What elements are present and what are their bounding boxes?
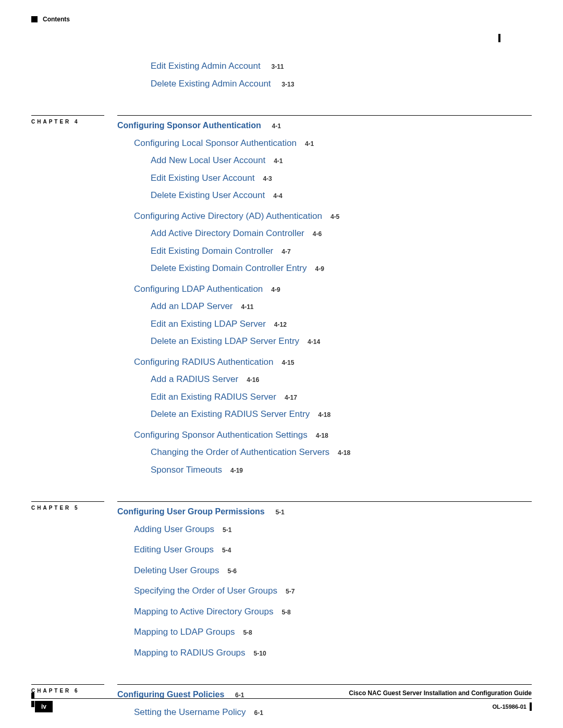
toc-page: 4-6 — [313, 230, 322, 238]
toc-page: 5-7 — [286, 588, 295, 595]
toc-content: Edit Existing Admin Account 3-11 Delete … — [31, 59, 532, 728]
header-square-icon — [31, 16, 38, 22]
chapter-title-link[interactable]: Configuring Sponsor Authentication — [117, 121, 261, 130]
toc-link[interactable]: Edit Existing Domain Controller — [151, 246, 273, 256]
toc-page: 4-9 — [315, 265, 324, 273]
toc-page: 4-17 — [285, 394, 297, 401]
prelude-content: Edit Existing Admin Account 3-11 Delete … — [117, 59, 532, 94]
toc-entry: Sponsor Timeouts4-19 — [151, 463, 532, 477]
chapter-5-label: CHAPTER 5 — [31, 501, 104, 663]
toc-page: 5-10 — [254, 650, 266, 657]
page-number: iv — [35, 701, 53, 712]
toc-entry: Delete Existing Admin Account 3-13 — [151, 77, 532, 91]
toc-entry: Add a RADIUS Server4-16 — [151, 373, 532, 386]
toc-page: 3-11 — [271, 63, 284, 70]
toc-link[interactable]: Edit an Existing LDAP Server — [151, 319, 266, 329]
chapter-4-content: Configuring Sponsor Authentication 4-1 C… — [117, 115, 532, 480]
toc-link[interactable]: Mapping to LDAP Groups — [134, 627, 235, 637]
footer: Cisco NAC Guest Server Installation and … — [31, 688, 532, 712]
toc-link[interactable]: Edit an Existing RADIUS Server — [151, 392, 276, 402]
toc-link[interactable]: Delete Existing User Account — [151, 190, 265, 200]
toc-link[interactable]: Delete Existing Admin Account — [151, 79, 271, 89]
toc-page: 4-14 — [308, 338, 320, 346]
toc-link[interactable]: Add New Local User Account — [151, 155, 265, 165]
toc-link[interactable]: Configuring RADIUS Authentication — [134, 357, 273, 367]
toc-page: 4-9 — [271, 286, 280, 293]
toc-link[interactable]: Specifying the Order of User Groups — [134, 586, 277, 596]
toc-entry: Setting the Password Policy6-2 — [134, 726, 532, 728]
toc-link[interactable]: Deleting User Groups — [134, 565, 219, 575]
toc-page: 4-4 — [273, 192, 282, 200]
page-container: Contents Edit Existing Admin Account 3-1… — [31, 16, 532, 712]
toc-link[interactable]: Add Active Directory Domain Controller — [151, 228, 304, 238]
toc-page: 5-6 — [227, 567, 236, 575]
toc-entry: Edit Existing User Account4-3 — [151, 171, 532, 185]
toc-page: 4-19 — [230, 467, 243, 474]
header-bar: Contents — [31, 16, 532, 23]
toc-entry: Configuring LDAP Authentication4-9 — [134, 282, 532, 296]
header-right-tick-icon — [498, 34, 500, 42]
toc-link[interactable]: Configuring Active Directory (AD) Authen… — [134, 211, 322, 221]
toc-page: 4-18 — [316, 432, 328, 439]
toc-link[interactable]: Editing User Groups — [134, 545, 214, 554]
toc-entry: Edit Existing Domain Controller4-7 — [151, 244, 532, 258]
toc-page: 4-12 — [274, 321, 287, 328]
prelude-block: Edit Existing Admin Account 3-11 Delete … — [31, 59, 532, 94]
toc-entry: Add Active Directory Domain Controller4-… — [151, 227, 532, 240]
toc-page: 3-13 — [282, 81, 294, 88]
toc-page: 5-4 — [222, 547, 231, 554]
toc-link[interactable]: Delete an Existing LDAP Server Entry — [151, 336, 299, 346]
toc-page: 4-16 — [247, 376, 259, 384]
footer-title-tick-icon — [31, 693, 34, 699]
toc-entry: Mapping to RADIUS Groups5-10 — [134, 646, 532, 660]
toc-entry: Delete Existing User Account4-4 — [151, 189, 532, 202]
footer-bottom: iv OL-15986-01 — [31, 701, 532, 712]
toc-link[interactable]: Mapping to RADIUS Groups — [134, 648, 246, 658]
chapter-5-block: CHAPTER 5 Configuring User Group Permiss… — [31, 501, 532, 663]
toc-entry: Configuring RADIUS Authentication4-15 — [134, 355, 532, 369]
chapter-title-entry: Configuring User Group Permissions 5-1 — [117, 505, 532, 519]
doc-id-group: OL-15986-01 — [493, 702, 532, 711]
toc-entry: Add an LDAP Server4-11 — [151, 300, 532, 313]
toc-entry: Delete an Existing LDAP Server Entry4-14 — [151, 335, 532, 348]
toc-page: 4-7 — [282, 248, 290, 255]
doc-id: OL-15986-01 — [493, 704, 527, 710]
chapter-title-page: 4-1 — [272, 122, 281, 130]
toc-entry: Edit an Existing LDAP Server4-12 — [151, 317, 532, 331]
header-label: Contents — [43, 16, 70, 23]
toc-entry: Configuring Sponsor Authentication Setti… — [134, 428, 532, 442]
toc-page: 4-15 — [282, 359, 294, 366]
chapter-4-label: CHAPTER 4 — [31, 115, 104, 480]
chapter-title-link[interactable]: Configuring User Group Permissions — [117, 507, 265, 516]
chapter-4-block: CHAPTER 4 Configuring Sponsor Authentica… — [31, 115, 532, 480]
toc-entry: Delete Existing Domain Controller Entry4… — [151, 262, 532, 275]
toc-page: 4-18 — [318, 411, 331, 418]
toc-link[interactable]: Configuring Local Sponsor Authentication — [134, 138, 297, 148]
chapter-5-content: Configuring User Group Permissions 5-1 A… — [117, 501, 532, 663]
toc-link[interactable]: Add a RADIUS Server — [151, 374, 238, 384]
toc-link[interactable]: Add an LDAP Server — [151, 301, 233, 311]
toc-entry: Configuring Active Directory (AD) Authen… — [134, 209, 532, 223]
toc-page: 4-5 — [331, 213, 339, 220]
toc-link[interactable]: Configuring LDAP Authentication — [134, 284, 263, 294]
toc-page: 4-1 — [274, 157, 283, 165]
toc-link[interactable]: Delete Existing Domain Controller Entry — [151, 263, 307, 273]
toc-entry: Specifying the Order of User Groups5-7 — [134, 584, 532, 598]
toc-page: 4-18 — [338, 449, 350, 456]
toc-entry: Deleting User Groups5-6 — [134, 564, 532, 577]
footer-title: Cisco NAC Guest Server Installation and … — [349, 689, 532, 697]
toc-entry: Editing User Groups5-4 — [134, 543, 532, 557]
toc-page: 5-8 — [243, 629, 252, 636]
toc-link[interactable]: Changing the Order of Authentication Ser… — [151, 447, 329, 457]
toc-link[interactable]: Configuring Sponsor Authentication Setti… — [134, 430, 308, 440]
toc-link[interactable]: Edit Existing User Account — [151, 173, 254, 183]
toc-entry: Edit Existing Admin Account 3-11 — [151, 59, 532, 73]
toc-entry: Changing the Order of Authentication Ser… — [151, 446, 532, 459]
toc-page: 4-11 — [241, 303, 254, 311]
toc-link[interactable]: Delete an Existing RADIUS Server Entry — [151, 409, 310, 419]
toc-link[interactable]: Sponsor Timeouts — [151, 465, 222, 475]
footer-right-tick-icon — [530, 702, 532, 711]
toc-link[interactable]: Edit Existing Admin Account — [151, 61, 261, 71]
toc-link[interactable]: Adding User Groups — [134, 524, 214, 534]
toc-link[interactable]: Mapping to Active Directory Groups — [134, 607, 273, 616]
